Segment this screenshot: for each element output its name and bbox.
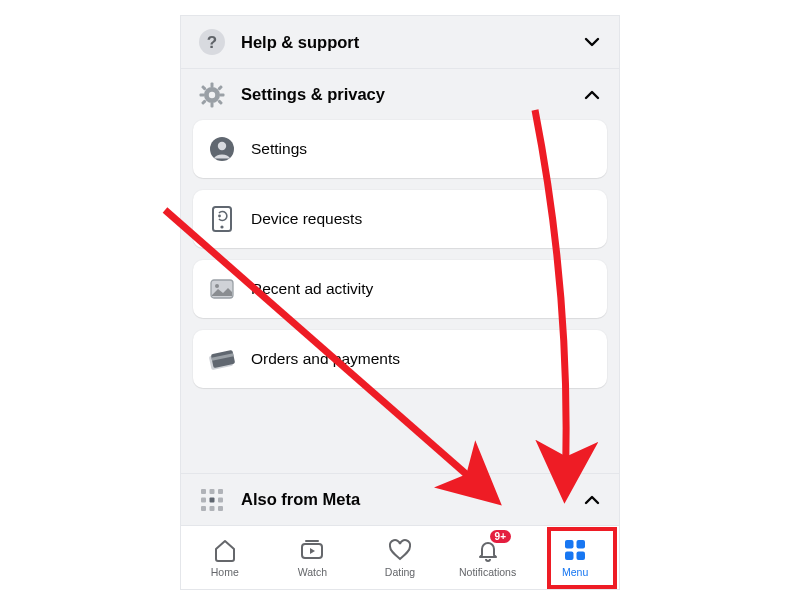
device-requests-card[interactable]: Device requests: [193, 190, 607, 248]
chevron-up-icon: [581, 84, 603, 106]
tab-dating-label: Dating: [385, 566, 415, 578]
payment-icon: [207, 344, 237, 374]
svg-rect-22: [201, 489, 206, 494]
settings-card-label: Settings: [251, 140, 307, 158]
svg-point-11: [209, 91, 215, 97]
watch-icon: [299, 537, 325, 563]
svg-rect-3: [211, 82, 214, 87]
home-icon: [212, 537, 238, 563]
settings-privacy-row[interactable]: Settings & privacy: [181, 68, 619, 120]
svg-rect-30: [218, 506, 223, 511]
svg-rect-10: [201, 99, 207, 105]
svg-rect-7: [201, 84, 207, 90]
notification-badge: 9+: [490, 530, 511, 543]
device-icon: [207, 204, 237, 234]
tab-home[interactable]: Home: [181, 526, 269, 589]
svg-point-18: [215, 284, 219, 288]
svg-rect-28: [201, 506, 206, 511]
svg-point-15: [220, 225, 223, 228]
settings-privacy-title: Settings & privacy: [241, 85, 581, 104]
svg-rect-29: [210, 506, 215, 511]
menu-grid-icon: [562, 537, 588, 563]
heart-icon: [387, 537, 413, 563]
phone-screen: ? Help & support: [180, 15, 620, 590]
also-from-meta-title: Also from Meta: [241, 490, 581, 509]
tab-menu[interactable]: Menu: [531, 526, 619, 589]
svg-text:?: ?: [207, 33, 217, 52]
help-support-row[interactable]: ? Help & support: [181, 16, 619, 68]
tab-dating[interactable]: Dating: [356, 526, 444, 589]
svg-rect-26: [210, 497, 215, 502]
grid-icon: [197, 485, 227, 515]
settings-card[interactable]: Settings: [193, 120, 607, 178]
tab-notifications[interactable]: 9+ Notifications: [444, 526, 532, 589]
svg-rect-24: [218, 489, 223, 494]
gear-icon: [197, 80, 227, 110]
svg-rect-23: [210, 489, 215, 494]
recent-ad-label: Recent ad activity: [251, 280, 373, 298]
svg-rect-8: [217, 99, 223, 105]
svg-rect-9: [217, 84, 223, 90]
help-icon: ?: [197, 27, 227, 57]
tab-watch-label: Watch: [298, 566, 327, 578]
svg-rect-5: [200, 93, 205, 96]
svg-rect-35: [577, 552, 586, 561]
orders-payments-card[interactable]: Orders and payments: [193, 330, 607, 388]
svg-point-13: [218, 142, 226, 150]
chevron-down-icon: [581, 31, 603, 53]
orders-payments-label: Orders and payments: [251, 350, 400, 368]
tab-menu-label: Menu: [562, 566, 588, 578]
svg-rect-33: [577, 540, 586, 549]
svg-rect-6: [220, 93, 225, 96]
svg-rect-4: [211, 102, 214, 107]
svg-rect-32: [565, 540, 574, 549]
bottom-tabbar: Home Watch Dating 9+ Notifications: [181, 525, 619, 589]
svg-point-16: [218, 215, 221, 218]
svg-rect-25: [201, 497, 206, 502]
profile-icon: [207, 134, 237, 164]
settings-cards: Settings Device requests Recent ad activ…: [181, 120, 619, 392]
help-support-title: Help & support: [241, 33, 581, 52]
tab-home-label: Home: [211, 566, 239, 578]
tab-notifications-label: Notifications: [459, 566, 516, 578]
svg-rect-27: [218, 497, 223, 502]
chevron-up-icon: [581, 489, 603, 511]
svg-rect-34: [565, 552, 574, 561]
ad-icon: [207, 274, 237, 304]
also-from-meta-row[interactable]: Also from Meta: [181, 473, 619, 525]
tab-watch[interactable]: Watch: [269, 526, 357, 589]
recent-ad-card[interactable]: Recent ad activity: [193, 260, 607, 318]
device-requests-label: Device requests: [251, 210, 362, 228]
